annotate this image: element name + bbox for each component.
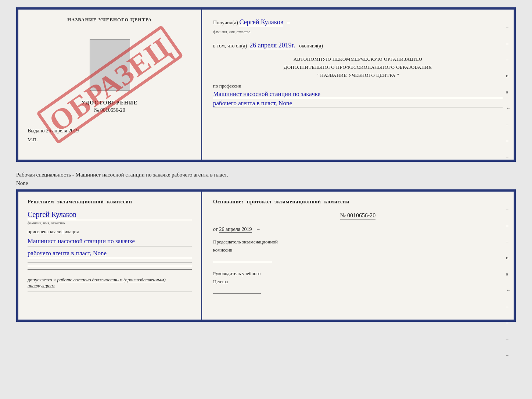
dash-2: – [506,40,511,46]
bottom-doc-left: Решением экзаменационной комиссии Сергей… [18,192,202,320]
name-value: Сергей Кулаков [28,210,76,219]
middle-line1: Рабочая специальность - Машинист насосно… [16,171,516,179]
bottom-document: Решением экзаменационной комиссии Сергей… [16,189,516,322]
okonchil-label: окончил(а) [299,43,323,49]
photo-placeholder [90,39,130,91]
top-center-name: НАЗВАНИЕ УЧЕБНОГО ЦЕНТРА [67,17,152,23]
bdash-2: – [506,222,511,228]
dash-3: – [506,57,511,63]
bdash-5: – [506,320,511,325]
dash-5: – [506,138,511,143]
po-professii: по профессии Машинист насосной станции п… [213,83,503,107]
qualification-line2: рабочего агента в пласт, None [28,249,192,259]
profession-line1: Машинист насосной станции по закачке [213,90,503,98]
dash-i: и [506,73,511,79]
rukovoditel-block: Руководитель учебного Центра [213,270,503,294]
top-doc-left: НАЗВАНИЕ УЧЕБНОГО ЦЕНТРА ОБРАЗЕЦ УДОСТОВ… [18,10,202,160]
dopuskaetsya-prefix: допускается к [28,277,56,282]
udostoverenie-block: УДОСТОВЕРЕНИЕ № 0010656-20 [82,100,138,113]
familiya-hint-top: фамилия, имя, отчество [213,30,250,34]
predsedatel-block: Председатель экзаменационной комиссии [213,238,503,262]
vtom-line: в том, что он(а) 26 апреля 2019г. окончи… [213,40,503,51]
komissia-title: Решением экзаменационной комиссии [28,199,192,205]
udostoverenie-title: УДОСТОВЕРЕНИЕ [82,100,138,106]
bdash-6: – [506,336,511,342]
bdash-3: – [506,239,511,245]
org-line3: " НАЗВАНИЕ УЧЕБНОГО ЦЕНТРА " [213,71,503,79]
date-line: от 26 апреля 2019 – [213,227,503,232]
bdash-a: а [506,271,511,277]
vydano-line: Выдано 26 апреля 2019 [28,128,79,134]
predsedatel-line1: Председатель экзаменационной [213,238,503,246]
middle-line2: None [16,179,516,188]
org-block: АВТОНОМНУЮ НЕКОММЕРЧЕСКУЮ ОРГАНИЗАЦИЮ ДО… [213,55,503,79]
rukovoditel-line2: Центра [213,278,503,286]
date-prefix: от [213,227,218,232]
poluchil-value: Сергей Кулаков [239,18,283,26]
poluchil-label: Получил(а) [213,20,238,25]
bdash-7: – [506,352,511,358]
dash-4: – [506,121,511,127]
middle-text-block: Рабочая специальность - Машинист насосно… [16,168,516,189]
name-block: Сергей Кулаков фамилия, имя, отчество [28,210,192,225]
bdash-arrow: ← [506,287,511,293]
protocol-number: № 0010656-20 [340,212,376,220]
right-dashes-bottom: – – – и а ← – – – – [506,206,511,358]
rukovoditel-line1: Руководитель учебного [213,270,503,278]
dash-6: – [506,154,511,160]
qualification-line1: Машинист насосной станции по закачке [28,236,192,246]
dash-1: – [506,24,511,30]
prisvoena-text: присвоена квалификация [28,229,192,235]
org-line2: ДОПОЛНИТЕЛЬНОГО ПРОФЕССИОНАЛЬНОГО ОБРАЗО… [213,63,503,71]
date-value: 26 апреля 2019 [219,227,252,233]
dash-arrow: ← [506,105,511,111]
top-document: НАЗВАНИЕ УЧЕБНОГО ЦЕНТРА ОБРАЗЕЦ УДОСТОВ… [16,7,516,162]
bdash-4: – [506,303,511,309]
predsedatel-line2: комиссии [213,246,503,254]
familiya-hint-bottom: фамилия, имя, отчество [28,220,192,225]
right-dashes: – – – и а ← – – – [506,24,511,160]
poluchil-line: Получил(а) Сергей Кулаков – фамилия, имя… [213,17,503,36]
mp-line: М.П. [28,137,37,143]
org-line1: АВТОНОМНУЮ НЕКОММЕРЧЕСКУЮ ОРГАНИЗАЦИЮ [213,55,503,63]
dash-a: а [506,89,511,95]
udostoverenie-number: № 0010656-20 [82,107,138,113]
bdash-1: – [506,206,511,212]
dopuskaetsya-block: допускается к работе согласно должностны… [28,277,192,289]
osnovanie-title: Основание: протокол экзаменационной коми… [213,199,503,205]
bdash-i: и [506,255,511,261]
profession-line2: рабочего агента в пласт, None [213,100,503,107]
bottom-doc-right: – – – и а ← – – – – Основание: протокол … [202,192,514,320]
vtom-value: 26 апреля 2019г. [249,42,295,49]
vtom-label: в том, что он(а) [213,43,247,49]
top-doc-right: – – – и а ← – – – Получил(а) Сергей Кула… [202,10,514,160]
